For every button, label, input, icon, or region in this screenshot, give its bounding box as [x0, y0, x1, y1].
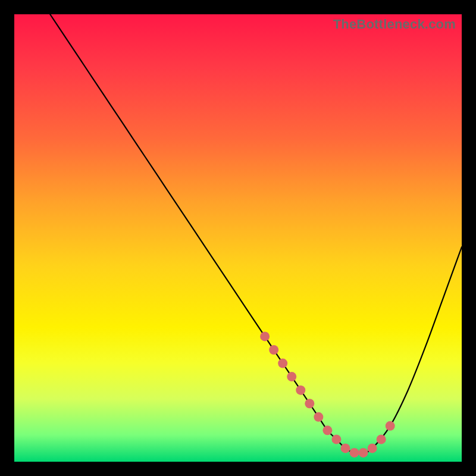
highlight-markers — [260, 331, 395, 458]
marker-point — [269, 345, 278, 355]
marker-point — [278, 359, 287, 368]
marker-point — [368, 443, 377, 453]
marker-point — [287, 372, 296, 381]
marker-point — [386, 421, 395, 431]
marker-point — [322, 425, 332, 435]
marker-point — [260, 331, 270, 341]
plot-area: TheBottleneck.com — [14, 14, 462, 462]
marker-point — [331, 434, 341, 444]
marker-point — [359, 448, 368, 458]
curve-line — [50, 14, 462, 453]
marker-point — [296, 386, 305, 395]
marker-point — [377, 434, 386, 444]
bottleneck-curve — [14, 14, 462, 462]
marker-point — [340, 443, 350, 453]
chart-frame: TheBottleneck.com — [0, 0, 476, 476]
marker-point — [314, 412, 323, 422]
marker-point — [305, 399, 314, 408]
marker-point — [350, 448, 359, 458]
